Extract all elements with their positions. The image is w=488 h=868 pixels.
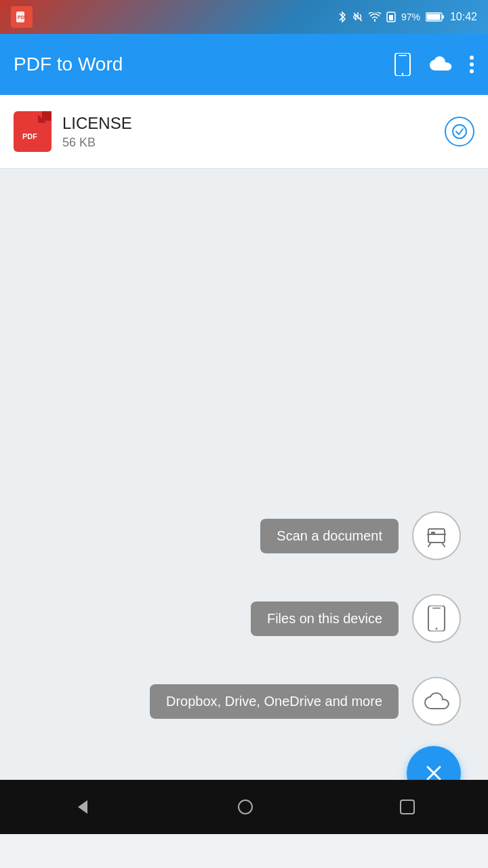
file-list-item[interactable]: PDF LICENSE 56 KB xyxy=(0,95,488,169)
svg-rect-27 xyxy=(401,800,414,814)
svg-rect-4 xyxy=(389,15,393,20)
app-title: PDF to Word xyxy=(14,54,380,75)
svg-text:PDF: PDF xyxy=(22,132,37,140)
sim-icon xyxy=(386,12,396,22)
svg-rect-9 xyxy=(399,55,407,56)
svg-rect-20 xyxy=(428,606,445,631)
cloud-services-label[interactable]: Dropbox, Drive, OneDrive and more xyxy=(150,684,399,719)
device-files-label[interactable]: Files on this device xyxy=(251,601,399,636)
battery-percent: 97% xyxy=(401,12,420,22)
svg-rect-18 xyxy=(428,529,445,542)
svg-marker-25 xyxy=(78,800,87,814)
speed-dial-container: Scan a document Files on this device xyxy=(150,511,461,726)
svg-rect-21 xyxy=(432,608,441,609)
recents-button[interactable] xyxy=(399,799,415,815)
back-button[interactable] xyxy=(73,797,92,816)
svg-point-10 xyxy=(402,73,404,75)
speed-dial-device: Files on this device xyxy=(251,594,461,643)
scan-document-button[interactable] xyxy=(412,511,461,560)
file-info: LICENSE 56 KB xyxy=(62,114,434,150)
bottom-navigation xyxy=(0,780,488,834)
scan-document-label[interactable]: Scan a document xyxy=(260,519,399,553)
wifi-icon xyxy=(369,12,381,22)
svg-rect-19 xyxy=(431,532,435,534)
file-size: 56 KB xyxy=(62,136,434,150)
speed-dial-scan: Scan a document xyxy=(260,511,461,560)
svg-point-26 xyxy=(239,800,252,814)
svg-rect-6 xyxy=(426,14,440,20)
main-content: PDF LICENSE 56 KB Scan a document xyxy=(0,95,488,834)
time-display: 10:42 xyxy=(450,11,477,23)
more-vert-icon[interactable] xyxy=(469,54,474,75)
file-name: LICENSE xyxy=(62,114,434,133)
cloud-icon[interactable] xyxy=(428,56,453,73)
status-bar: PDF xyxy=(0,0,488,34)
status-bar-left: PDF xyxy=(11,6,33,28)
svg-rect-14 xyxy=(19,115,46,149)
cloud-services-button[interactable] xyxy=(412,677,461,726)
app-bar-actions xyxy=(393,53,474,76)
phone-icon[interactable] xyxy=(393,53,412,76)
svg-point-11 xyxy=(470,56,474,60)
svg-point-22 xyxy=(436,628,438,630)
file-check-button[interactable] xyxy=(445,117,474,146)
bluetooth-icon xyxy=(338,11,347,23)
status-bar-right: 97% 10:42 xyxy=(338,11,477,23)
pdf-file-icon: PDF xyxy=(14,111,52,152)
device-files-button[interactable] xyxy=(412,594,461,643)
battery-icon xyxy=(426,12,445,22)
svg-marker-15 xyxy=(38,115,46,123)
home-button[interactable] xyxy=(236,797,255,816)
svg-rect-7 xyxy=(442,16,444,19)
app-bar: PDF to Word xyxy=(0,34,488,95)
speed-dial-cloud: Dropbox, Drive, OneDrive and more xyxy=(150,677,461,726)
svg-point-12 xyxy=(470,62,474,66)
svg-text:PDF: PDF xyxy=(18,15,28,20)
svg-rect-8 xyxy=(395,53,410,76)
app-status-icon: PDF xyxy=(11,6,33,28)
svg-point-17 xyxy=(453,125,466,138)
mute-icon xyxy=(352,12,363,22)
svg-point-13 xyxy=(470,69,474,73)
